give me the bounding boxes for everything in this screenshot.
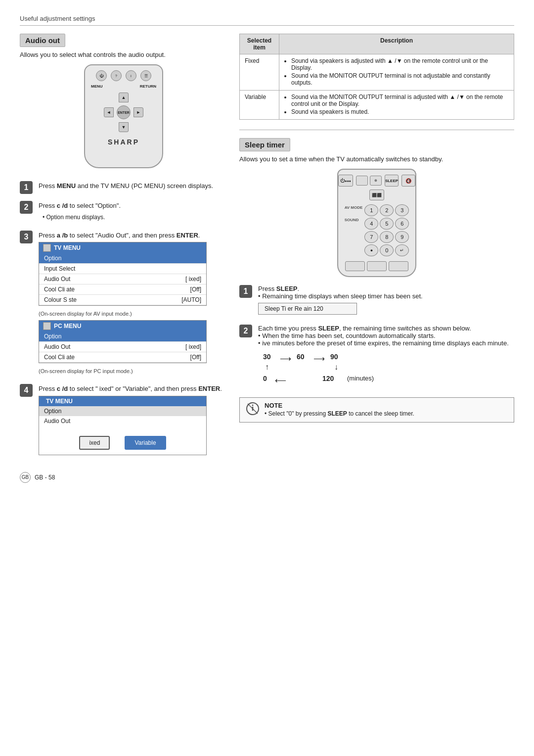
fixed-button[interactable]: ixed <box>79 436 110 450</box>
av-mode-label: AV MODE <box>345 205 363 210</box>
audio-out-title: Audio out <box>20 34 65 47</box>
note-label: NOTE <box>265 402 282 409</box>
step-1-num: 1 <box>20 181 33 194</box>
num-1: 1 <box>364 204 378 216</box>
remote-btn2: ? <box>111 70 122 81</box>
sleep-step-2-content: Each time you press SLEEP, the remaining… <box>258 325 514 390</box>
page-number: GB - 58 <box>35 474 55 481</box>
variable-button[interactable]: Variable <box>125 436 166 450</box>
sleep-power-btn: ⏻●●● <box>338 175 353 187</box>
right-column: Selected item Description Fixed Sound vi… <box>239 34 514 462</box>
pc-menu-title: PC MENU <box>39 321 206 331</box>
sleep-btn-group1: ⊕ <box>356 176 382 186</box>
sharp-logo: SHARP <box>108 138 139 146</box>
gb-circle: GB <box>20 472 31 483</box>
tv-menu-colour: Colour S ste[AUTO] <box>39 295 206 305</box>
svg-point-2 <box>252 405 254 406</box>
sleep-timer-title: Sleep timer <box>239 138 290 151</box>
num-0: 0 <box>380 244 394 256</box>
page-header: Useful adjustment settings <box>20 15 514 26</box>
table-col2: Description <box>279 34 514 54</box>
menu-label: MENU <box>91 84 103 89</box>
sleep-remote-top: ⏻●●● ⊕ SLEEP 🔇 <box>338 175 415 187</box>
sleep-side-labels: AV MODE SOUND <box>345 203 363 222</box>
step-2: 2 Press c /d to select "Option". • Optio… <box>20 201 227 224</box>
minutes-diagram: 30 ⟶ 60 ⟶ 90 ↓ 0 ↑ ⟵ 120 (minutes) <box>263 353 392 387</box>
sleep-step-1-content: Press SLEEP. • Remaining time displays w… <box>258 285 514 318</box>
num-7: 7 <box>364 231 378 243</box>
dpad-down: ▼ <box>119 122 129 132</box>
tv-menu-label: TV MENU <box>54 244 81 251</box>
step-3: 3 Press a /b to select "Audio Out", and … <box>20 231 227 378</box>
step-3-content: Press a /b to select "Audio Out", and th… <box>39 231 227 378</box>
tv-menu-cool-climate: Cool Cli ate[Off] <box>39 284 206 295</box>
return-btn: ↵ <box>395 244 409 256</box>
step-3-num: 3 <box>20 231 33 243</box>
note-svg <box>246 402 260 416</box>
sleep-timer-desc: Allows you to set a time when the TV aut… <box>239 155 514 163</box>
min-90: 90 <box>330 353 338 361</box>
fixed-desc: Sound via speakers is adjusted with ▲ /▼… <box>279 54 514 91</box>
page-header-text: Useful adjustment settings <box>20 15 95 22</box>
tv-menu-option-row: Option <box>39 253 206 264</box>
sleep-step-2: 2 Each time you press SLEEP, the remaini… <box>239 325 514 390</box>
audio-out-steps: 1 Press MENU and the TV MENU (PC MENU) s… <box>20 181 227 455</box>
sleep-bottom-btns <box>345 261 408 271</box>
note-text-wrapper: NOTE • Select "0" by pressing SLEEP to c… <box>265 402 414 418</box>
note-content: • Select "0" by pressing SLEEP to cancel… <box>265 409 414 418</box>
arrow-60-90: ⟶ <box>313 354 325 363</box>
pc-menu-caption: (On-screen display for PC input mode.) <box>39 367 227 376</box>
num-6: 6 <box>395 218 409 230</box>
step4-option-row: Option <box>39 406 206 416</box>
sleep-timer-display: Sleep Ti er Re ain 120 <box>258 303 357 315</box>
sleep-step-1-num: 1 <box>239 285 252 298</box>
audio-out-desc: Allows you to select what controls the a… <box>20 51 227 58</box>
variable-desc: Sound via the MONITOR OUTPUT terminal is… <box>279 91 514 120</box>
tv-menu-title: TV MENU <box>39 242 206 253</box>
tv-menu-screen: TV MENU Option Input Select Audio Out[ i… <box>39 242 207 306</box>
table-row-variable: Variable Sound via the MONITOR OUTPUT te… <box>240 91 514 120</box>
remote-btn4: ☰ <box>140 70 151 81</box>
step4-menu-label: TV MENU <box>46 398 73 405</box>
menu-icon <box>43 244 51 252</box>
tv-menu-input-select: Input Select <box>39 264 206 274</box>
step4-buttons-area: ixed Variable <box>39 426 206 455</box>
pc-menu-cool-climate: Cool Cli ate[Off] <box>39 352 206 363</box>
sleep-mute-btn: 🔇 <box>401 175 415 187</box>
min-60: 60 <box>297 353 305 361</box>
remote-power-icon: ⏻ <box>96 70 107 81</box>
description-table: Selected item Description Fixed Sound vi… <box>239 34 514 120</box>
fixed-item: Fixed <box>240 54 279 91</box>
num-4: 4 <box>364 218 378 230</box>
sleep-remote-illustration: ⏻●●● ⊕ SLEEP 🔇 ⬛⬛ AV MODE <box>337 169 416 277</box>
num-8: 8 <box>380 231 394 243</box>
sleep-sm-btn1 <box>356 176 368 186</box>
dpad-right: ► <box>134 107 143 117</box>
sleep-step-1: 1 Press SLEEP. • Remaining time displays… <box>239 285 514 318</box>
step4-tv-menu: TV MENU Option Audio Out ixed Variable <box>39 396 207 455</box>
pc-option-label: Option <box>44 333 61 340</box>
pc-menu-option-row: Option <box>39 331 206 342</box>
sleep-steps: 1 Press SLEEP. • Remaining time displays… <box>239 285 514 390</box>
sleep-remote-row2: ⬛⬛ <box>342 189 411 200</box>
audio-out-section: Audio out Allows you to select what cont… <box>20 34 227 462</box>
arrow-0-up: ↑ <box>265 363 269 372</box>
sleep-num-grid-4: ● 0 ↵ <box>364 244 409 256</box>
num-9: 9 <box>395 231 409 243</box>
num-5: 5 <box>380 218 394 230</box>
sleep-ch-btn: ⬛⬛ <box>369 189 384 200</box>
section-divider <box>239 130 514 130</box>
page-footer: GB GB - 58 <box>20 472 514 483</box>
pc-menu-audio-out: Audio Out[ ixed] <box>39 342 206 352</box>
sleep-num-area: AV MODE SOUND 1 2 3 4 5 6 <box>345 203 409 256</box>
min-0: 0 <box>263 375 267 382</box>
sleep-circle-btn: ● <box>364 244 378 256</box>
minutes-unit: (minutes) <box>347 375 374 382</box>
step-1: 1 Press MENU and the TV MENU (PC MENU) s… <box>20 181 227 194</box>
step4-menu-title: TV MENU <box>39 396 206 406</box>
variable-item: Variable <box>240 91 279 120</box>
sleep-num-grid-2: 4 5 6 <box>364 218 409 230</box>
step-4: 4 Press c /d to select " ixed" or "Varia… <box>20 384 227 455</box>
sleep-num-col: 1 2 3 4 5 6 7 8 9 <box>364 203 409 256</box>
sleep-sm-btn2: ⊕ <box>370 176 382 186</box>
